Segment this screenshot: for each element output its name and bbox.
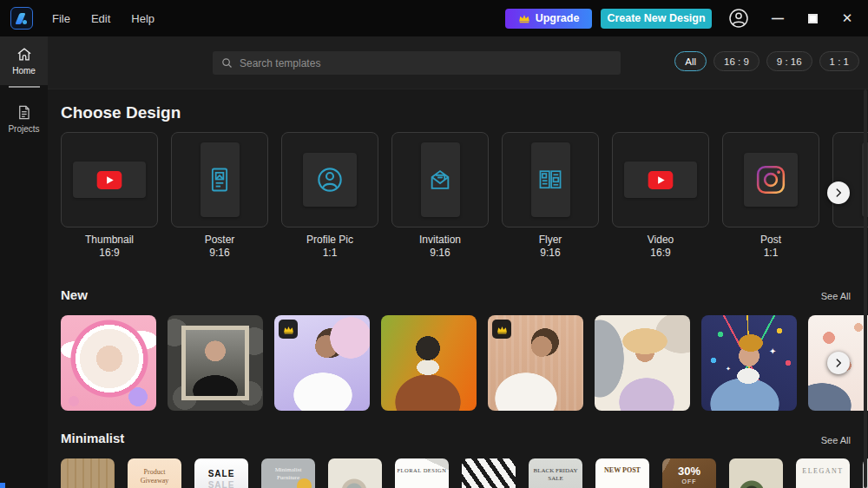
card-ratio: 1:1	[281, 247, 378, 260]
menu-file[interactable]: File	[42, 0, 81, 36]
instagram-icon	[755, 164, 786, 195]
bottom-left-accent	[0, 483, 5, 488]
sidebar-item-home[interactable]: Home	[0, 36, 48, 85]
minimize-button[interactable]: —	[771, 11, 785, 25]
card-name: Flyer	[502, 234, 599, 247]
card-name: Profile Pic	[281, 234, 378, 247]
ratio-filter-1-1[interactable]: 1 : 1	[819, 51, 859, 71]
card-ratio: 1:1	[722, 247, 819, 260]
premium-crown-icon	[492, 320, 511, 339]
premium-crown-icon	[279, 320, 298, 339]
minimalist-template-product-giveaway[interactable]: Product Giveaway	[128, 458, 181, 488]
poster-icon	[208, 167, 231, 193]
minimalist-templates-row: Product Giveaway SALE SALE Minimalist Fu…	[61, 458, 868, 488]
template-thumb-party-portrait[interactable]	[701, 315, 797, 411]
minimalist-template-30-off[interactable]: 30% OFF	[662, 458, 716, 488]
youtube-icon	[96, 171, 122, 189]
close-button[interactable]: ✕	[840, 11, 854, 25]
ratio-filter-16-9[interactable]: 16 : 9	[713, 51, 760, 71]
invitation-icon	[428, 168, 452, 192]
title-bar: File Edit Help Upgrade Create New Design…	[0, 0, 868, 36]
design-row-next-button[interactable]	[827, 181, 850, 204]
sidebar-home-label: Home	[12, 66, 36, 76]
maximize-icon	[808, 14, 818, 23]
account-button[interactable]	[727, 7, 750, 30]
upgrade-label: Upgrade	[536, 12, 580, 24]
template-thumb-gradient-portrait[interactable]	[381, 315, 477, 411]
projects-icon	[16, 104, 32, 121]
new-row-next-button[interactable]	[827, 352, 850, 374]
minimalist-section-title: Minimalist	[61, 431, 124, 445]
minimalist-template-stripes[interactable]	[462, 458, 516, 488]
ratio-filter-group: All 16 : 9 9 : 16 1 : 1	[674, 51, 859, 71]
minimalist-template-furniture[interactable]: Minimalist Furniture	[261, 458, 315, 488]
choose-design-title: Choose Design	[61, 103, 181, 122]
template-thumb-cat-frame[interactable]	[61, 315, 156, 411]
card-name: Poster	[171, 234, 268, 247]
upgrade-button[interactable]: Upgrade	[505, 9, 592, 29]
create-new-design-button[interactable]: Create New Design	[601, 9, 712, 29]
home-icon	[16, 46, 33, 63]
template-thumb-hat-portrait[interactable]	[595, 315, 690, 411]
menu-help[interactable]: Help	[121, 0, 165, 36]
minimalist-template-black-friday[interactable]: BLACK FRIDAY SALE	[529, 458, 582, 488]
card-name: Post	[722, 234, 819, 247]
minimalist-template-sale[interactable]: SALE SALE	[194, 458, 248, 488]
design-card-poster[interactable]: Poster 9:16	[171, 132, 268, 260]
minimalist-template-photo[interactable]	[328, 458, 382, 488]
new-see-all-link[interactable]: See All	[821, 291, 851, 301]
sidebar-divider	[9, 86, 40, 88]
main-content: Choose Design Thumbnail 16:9	[48, 89, 868, 488]
card-name: Invitation	[391, 234, 489, 247]
app-window: File Edit Help Upgrade Create New Design…	[0, 0, 868, 488]
chevron-right-icon	[832, 357, 845, 369]
chevron-right-icon	[832, 187, 845, 199]
design-card-profile-pic[interactable]: Profile Pic 1:1	[281, 132, 378, 260]
user-icon	[728, 8, 749, 29]
ratio-filter-9-16[interactable]: 9 : 16	[766, 51, 812, 71]
maximize-button[interactable]	[806, 11, 819, 25]
design-card-post[interactable]: Post 1:1	[722, 132, 819, 260]
new-templates-row	[61, 315, 868, 411]
scrollbar[interactable]	[864, 89, 867, 488]
card-name: Thumbnail	[61, 234, 158, 247]
logo-dot	[23, 20, 27, 24]
minimalist-see-all-link[interactable]: See All	[821, 435, 851, 445]
app-logo-icon	[10, 7, 33, 30]
menu-edit[interactable]: Edit	[81, 0, 121, 36]
header-band: All 16 : 9 9 : 16 1 : 1	[48, 36, 868, 89]
minimalist-template-floral-design[interactable]: FLORAL DESIGN	[395, 458, 449, 488]
new-section-title: New	[61, 287, 88, 302]
sidebar-projects-label: Projects	[8, 124, 39, 134]
search-icon	[220, 56, 233, 69]
search-bar[interactable]	[213, 51, 621, 75]
design-card-flyer[interactable]: Flyer 9:16	[502, 132, 599, 260]
minimalist-template-wood[interactable]	[61, 458, 115, 488]
card-ratio: 9:16	[171, 247, 268, 260]
design-card-thumbnail[interactable]: Thumbnail 16:9	[61, 132, 158, 260]
design-card-video[interactable]: Video 16:9	[612, 132, 709, 260]
card-ratio: 9:16	[391, 247, 489, 260]
profile-icon	[316, 166, 344, 194]
youtube-icon	[648, 171, 674, 189]
design-card-invitation[interactable]: Invitation 9:16	[391, 132, 489, 260]
card-ratio: 16:9	[612, 247, 709, 260]
card-name: Video	[612, 234, 709, 247]
crown-icon	[518, 13, 530, 23]
card-ratio: 9:16	[502, 247, 599, 260]
design-type-row: Thumbnail 16:9 Poster 9:16	[61, 132, 868, 260]
minimalist-template-new-post[interactable]: NEW POST	[595, 458, 649, 488]
template-thumb-floral-portrait[interactable]	[488, 315, 583, 411]
search-input[interactable]	[240, 57, 613, 69]
template-thumb-photo-frame[interactable]	[168, 315, 263, 411]
card-ratio: 16:9	[61, 247, 158, 260]
minimalist-template-elegant[interactable]: ELEGANT	[796, 458, 850, 488]
sidebar-item-projects[interactable]: Projects	[0, 94, 48, 144]
template-thumb-lavender-portrait[interactable]	[274, 315, 370, 411]
ratio-filter-all[interactable]: All	[674, 51, 707, 71]
sidebar: Home Projects	[0, 36, 48, 488]
flyer-icon	[537, 168, 563, 191]
minimalist-template-green-circle[interactable]	[729, 458, 783, 488]
